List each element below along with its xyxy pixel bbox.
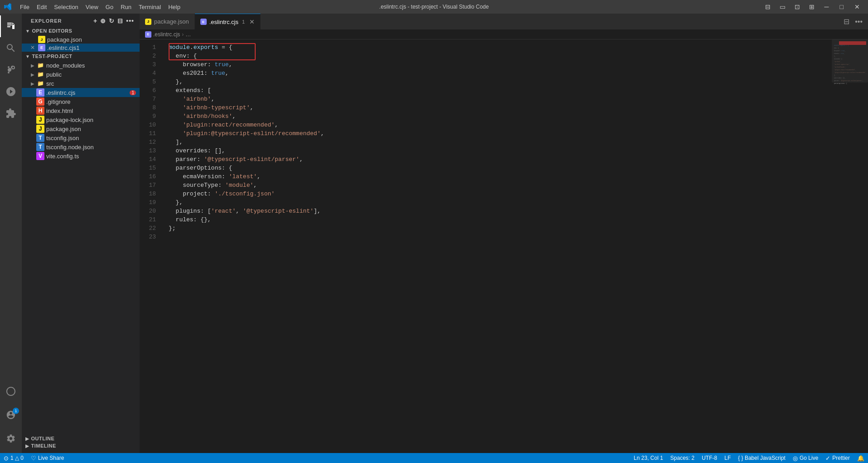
tree-gitignore[interactable]: G .gitignore <box>22 97 140 106</box>
errors-warnings-item[interactable]: ⊙ 1 △ 0 <box>0 453 27 463</box>
account-activity-icon[interactable]: 1 <box>0 404 22 426</box>
go-live-item[interactable]: ◎ Go Live <box>789 453 822 463</box>
menu-selection[interactable]: Selection <box>50 2 82 12</box>
menu-view[interactable]: View <box>82 2 102 12</box>
open-editor-package-json[interactable]: ✕ J package.json <box>22 35 140 44</box>
remote-activity-icon[interactable] <box>0 380 22 402</box>
node-modules-label: node_modules <box>46 62 140 69</box>
window-panel-icon[interactable]: ▭ <box>776 2 789 11</box>
timeline-section[interactable]: ▶ Timeline <box>22 442 140 449</box>
encoding-item[interactable]: UTF-8 <box>698 453 721 463</box>
tree-package-json[interactable]: J package.json <box>22 124 140 133</box>
open-editors-header[interactable]: ▼ Open Editors <box>22 26 140 35</box>
package-lock-label: package-lock.json <box>46 117 140 123</box>
open-editors-label: Open Editors <box>32 28 72 34</box>
open-editors-chevron-icon: ▼ <box>25 29 30 34</box>
extensions-activity-icon[interactable] <box>0 102 22 124</box>
code-line-8: 'airbnb-typescript', <box>169 103 832 112</box>
errors-count: 1 △ 0 <box>10 455 24 461</box>
src-label: src <box>46 80 140 87</box>
tab-eslintrc-icon: E <box>200 19 207 25</box>
menu-help[interactable]: Help <box>165 2 184 12</box>
window-layout2-icon[interactable]: ⊞ <box>805 2 818 11</box>
menu-run[interactable]: Run <box>117 2 135 12</box>
close-eslintrc-icon[interactable]: ✕ <box>29 44 36 51</box>
menu-edit[interactable]: Edit <box>33 2 50 12</box>
window-restore[interactable]: □ <box>835 3 848 10</box>
live-share-label: Live Share <box>38 455 64 461</box>
gitignore-label: .gitignore <box>46 98 140 105</box>
tree-public[interactable]: ▶ 📁 public <box>22 70 140 79</box>
indentation-item[interactable]: Spaces: 2 <box>667 453 698 463</box>
title-bar-left: File Edit Selection View Go Run Terminal… <box>4 2 184 12</box>
code-line-18: project: './tsconfig.json' <box>169 190 832 198</box>
search-activity-icon[interactable] <box>0 37 22 59</box>
svg-rect-16 <box>832 39 868 83</box>
more-tabs-icon[interactable]: ••• <box>853 17 864 27</box>
tree-eslintrc[interactable]: E .eslintrc.cjs 1 <box>22 88 140 97</box>
editor-content[interactable]: 12345 678910 1112131415 1617181920 21222… <box>140 39 868 453</box>
more-actions-icon[interactable]: ••• <box>126 17 134 24</box>
split-editor-icon[interactable]: ⊟ <box>842 16 851 27</box>
new-file-icon[interactable]: + <box>93 17 97 24</box>
activity-bar: 1 <box>0 14 22 453</box>
breadcrumb-filename: .eslintrc.cjs <box>153 31 180 38</box>
sidebar-header: Explorer + ⊕ ↻ ⊟ ••• <box>22 14 140 26</box>
tree-tsconfig[interactable]: T tsconfig.json <box>22 133 140 142</box>
src-chevron-icon: ▶ <box>31 81 34 86</box>
tab-eslintrc[interactable]: E .eslintrc.cjs 1 ✕ <box>195 14 261 29</box>
tree-index-html[interactable]: H index.html <box>22 106 140 115</box>
activity-bar-bottom: 1 <box>0 380 22 453</box>
window-close[interactable]: ✕ <box>850 3 864 10</box>
tab-package-json[interactable]: J package.json <box>140 14 195 29</box>
tree-package-lock[interactable]: J package-lock.json <box>22 115 140 124</box>
tab-close-icon[interactable]: ✕ <box>249 18 255 25</box>
menu-file[interactable]: File <box>16 2 33 12</box>
collapse-all-icon[interactable]: ⊟ <box>117 17 123 24</box>
live-share-item[interactable]: ♡ Live Share <box>27 453 68 463</box>
tree-src[interactable]: ▶ 📁 src <box>22 79 140 88</box>
minimap-canvas: module.exports = { env: { browser: true,… <box>832 39 868 221</box>
outline-chevron-icon: ▶ <box>25 436 29 441</box>
explorer-activity-icon[interactable] <box>0 15 22 37</box>
code-line-1: module.exports = { <box>169 43 832 52</box>
breadcrumb-file[interactable]: E .eslintrc.cjs <box>145 31 180 38</box>
notifications-item[interactable]: 🔔 <box>853 453 868 463</box>
tree-node-modules[interactable]: ▶ 📁 node_modules <box>22 61 140 70</box>
code-line-16: ecmaVersion: 'latest', <box>169 172 832 181</box>
refresh-icon[interactable]: ↻ <box>109 17 115 24</box>
language-mode-item[interactable]: { } Babel JavaScript <box>734 453 789 463</box>
code-area[interactable]: module.exports = { env: { browser: true,… <box>161 39 832 453</box>
settings-activity-icon[interactable] <box>0 428 22 449</box>
package-json-label: package.json <box>47 36 82 43</box>
source-control-activity-icon[interactable] <box>0 59 22 81</box>
file-tree: ▼ Test-Project ▶ 📁 node_modules ▶ 📁 publ… <box>22 52 140 431</box>
line-ending-item[interactable]: LF <box>721 453 734 463</box>
tree-tsconfig-node[interactable]: T tsconfig.node.json <box>22 142 140 151</box>
eslintrc-tree-badge: 1 <box>130 90 136 95</box>
open-editor-eslintrc[interactable]: ✕ E .eslintrc.cjs 1 <box>22 44 140 52</box>
vite-config-label: vite.config.ts <box>46 153 140 160</box>
public-chevron-icon: ▶ <box>31 72 34 77</box>
outline-section[interactable]: ▶ Outline <box>22 435 140 442</box>
window-minimize[interactable]: ─ <box>820 3 834 10</box>
project-header[interactable]: ▼ Test-Project <box>22 52 140 61</box>
outline-label: Outline <box>31 436 55 441</box>
activity-bar-top <box>0 15 22 124</box>
code-line-9: 'airbnb/hooks', <box>169 112 832 121</box>
cursor-position-label: Ln 23, Col 1 <box>634 455 663 461</box>
window-layout-icon[interactable]: ⊟ <box>761 2 774 11</box>
tsconfig-label: tsconfig.json <box>46 135 140 141</box>
menu-go[interactable]: Go <box>102 2 117 12</box>
tree-vite-config[interactable]: V vite.config.ts <box>22 151 140 161</box>
window-split-icon[interactable]: ⊡ <box>791 2 804 11</box>
menu-terminal[interactable]: Terminal <box>135 2 165 12</box>
run-debug-activity-icon[interactable] <box>0 81 22 102</box>
package-json-icon: J <box>38 36 45 43</box>
status-bar-left: ⊙ 1 △ 0 ♡ Live Share <box>0 453 68 463</box>
prettier-item[interactable]: ✓ Prettier <box>822 453 853 463</box>
project-label: Test-Project <box>32 54 72 59</box>
cursor-position-item[interactable]: Ln 23, Col 1 <box>630 453 667 463</box>
new-folder-icon[interactable]: ⊕ <box>100 17 106 24</box>
code-line-17: sourceType: 'module', <box>169 181 832 190</box>
